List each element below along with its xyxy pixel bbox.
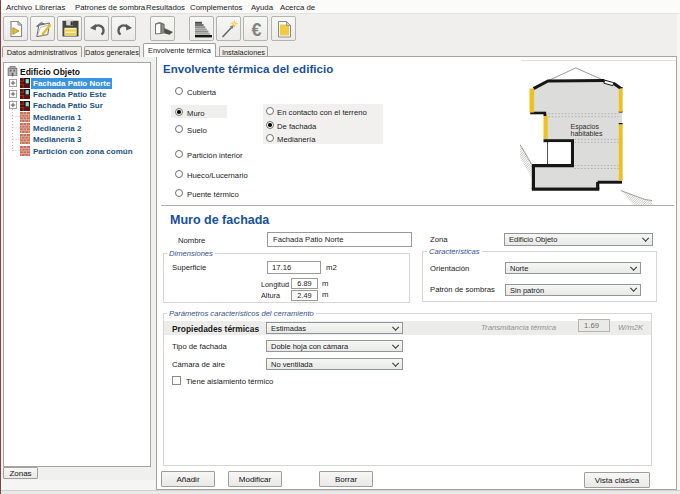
svg-text:Espacios: Espacios — [571, 123, 600, 131]
svg-text:habitables: habitables — [571, 130, 603, 137]
svg-text:€: € — [251, 20, 261, 40]
